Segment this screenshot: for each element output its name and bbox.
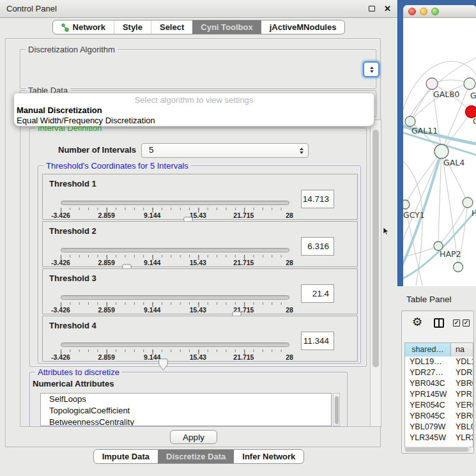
table-cell: YDR2 (451, 367, 473, 378)
attribute-item-selfloops[interactable]: SelfLoops (41, 394, 331, 405)
threshold-value-field[interactable]: 11.344 (301, 332, 334, 350)
network-window-titlebar[interactable] (403, 5, 476, 18)
settings-scrollpane: Interval Definition Number of Intervals … (20, 119, 381, 427)
close-icon[interactable]: ✕ (384, 4, 391, 13)
threshold-slider[interactable]: -3.4262.8599.14415.4321.71528 (61, 174, 289, 220)
tab-select[interactable]: Select (151, 20, 192, 34)
tick-label: 9.144 (144, 259, 160, 266)
tab-network[interactable]: Network (53, 20, 114, 34)
threshold-slider[interactable]: -3.4262.8599.14415.4321.71528 (61, 222, 289, 268)
gear-icon[interactable]: ⚙ (412, 316, 422, 328)
node-label-gcy1: GCY1 (403, 210, 425, 220)
table-panel: ⚙ ✓ ✓ shared… na YDL19…YDL1YDR27…YDR2YBR… (401, 311, 474, 454)
number-of-intervals-combobox[interactable]: 5 (141, 143, 309, 158)
tab-cyni-toolbox[interactable]: Cyni Toolbox (192, 20, 261, 34)
table-row[interactable]: YDR27…YDR2 (405, 367, 473, 378)
attributes-list[interactable]: SelfLoopsTopologicalCoefficientBetweenne… (40, 393, 332, 426)
bottom-tab-row: Impute DataDiscretize DataInfer Network (0, 449, 397, 464)
slider-track[interactable] (61, 295, 289, 300)
table-cell: YDR27… (405, 367, 451, 378)
slider-track[interactable] (61, 201, 289, 205)
attribute-item-betweennesscentrality[interactable]: BetweennessCentrality (41, 417, 331, 426)
number-of-intervals-label: Number of Intervals (58, 145, 136, 155)
network-node[interactable] (464, 78, 475, 89)
network-node[interactable] (454, 263, 463, 272)
discretization-algorithm-group: Discretization Algorithm (20, 49, 376, 89)
node-label-h: H (472, 208, 476, 218)
network-node[interactable] (463, 197, 473, 208)
slider-major-ticks (61, 302, 290, 307)
attribute-item-topologicalcoefficient[interactable]: TopologicalCoefficient (41, 405, 331, 417)
threshold-panel-2: Threshold 2-3.4262.8599.14415.4321.71528… (42, 221, 358, 267)
interval-definition-group: Interval Definition Number of Intervals … (29, 128, 367, 367)
group-title: Attributes to discretize (35, 367, 122, 377)
scrollbar-thumb[interactable] (405, 447, 468, 452)
slider-thumb[interactable] (164, 337, 173, 349)
threshold-panel-1: Threshold 1-3.4262.8599.14415.4321.71528… (42, 174, 358, 220)
network-node[interactable] (405, 116, 415, 127)
network-window-frame: GAL80GACGAL11GAL4GCY1HHAP2 (397, 0, 476, 286)
tab-label: Select (160, 22, 184, 32)
scrollbar-thumb[interactable] (372, 130, 379, 367)
dropdown-option-equal-width-frequency-discretization[interactable]: Equal Width/Frequency Discretization (17, 116, 371, 126)
minimize-traffic-light[interactable] (420, 8, 427, 15)
tick-label: -3.426 (51, 353, 70, 361)
checkbox-icon[interactable]: ✓ (463, 319, 470, 326)
tab-discretize-data[interactable]: Discretize Data (158, 450, 234, 463)
table-row[interactable]: YDL19…YDL1 (405, 357, 473, 367)
checkbox-icon[interactable]: ✓ (453, 319, 460, 326)
node-label-ga: GA (470, 91, 476, 100)
threshold-value-field[interactable]: 21.4 (301, 284, 334, 303)
table-header: shared… na (405, 343, 473, 357)
slider-thumb[interactable] (188, 196, 197, 208)
tab-label: Cyni Toolbox (201, 22, 252, 32)
dropdown-option-manual-discretization[interactable]: Manual Discretization (17, 105, 371, 116)
table-row[interactable]: YBR045CYBR0 (405, 411, 473, 422)
split-table-icon[interactable] (434, 318, 444, 328)
node-table: shared… na YDL19…YDL1YDR27…YDR2YBR043CYB… (404, 342, 473, 447)
tick-label: 28 (286, 353, 293, 361)
table-horizontal-scrollbar[interactable] (404, 447, 471, 452)
tick-label: 9.144 (144, 306, 160, 314)
algorithm-combobox[interactable] (363, 61, 380, 77)
threshold-panel-3: Threshold 3-3.4262.8599.14415.4321.71528… (42, 268, 358, 314)
slider-thumb[interactable] (127, 243, 136, 255)
close-traffic-light[interactable] (408, 8, 416, 15)
network-canvas[interactable]: GAL80GACGAL11GAL4GCY1HHAP2 (403, 18, 476, 286)
table-row[interactable]: YBR043CYBR0 (405, 378, 473, 389)
float-window-icon[interactable] (369, 6, 375, 12)
threshold-value-field[interactable]: 14.713 (301, 190, 334, 208)
tick-label: 21.715 (233, 211, 254, 219)
threshold-value-field[interactable]: 6.316 (301, 237, 334, 256)
scrollbar-thumb[interactable] (335, 396, 339, 424)
column-header-shared-name[interactable]: shared… (405, 343, 451, 357)
tab-infer-network[interactable]: Infer Network (234, 450, 303, 463)
table-row[interactable]: YLR345WYLR3 (405, 433, 473, 441)
tick-label: 15.43 (190, 259, 206, 266)
apply-button[interactable]: Apply (170, 430, 217, 444)
slider-major-ticks (61, 255, 290, 260)
tab-jactivemnodules[interactable]: jActiveMNodules (261, 20, 345, 34)
tab-style[interactable]: Style (114, 20, 151, 34)
slider-thumb[interactable] (236, 290, 246, 302)
settings-vertical-scrollbar[interactable] (370, 120, 381, 426)
threshold-slider[interactable]: -3.4262.8599.14415.4321.71528 (61, 269, 289, 315)
tab-impute-data[interactable]: Impute Data (94, 450, 158, 463)
table-cell: YLR345W (405, 433, 451, 441)
tick-label: 2.859 (98, 211, 114, 219)
table-row[interactable]: YPR145WYPR1 (405, 389, 473, 400)
attributes-scrollbar[interactable] (333, 393, 340, 426)
network-node[interactable] (434, 144, 449, 158)
tick-label: 28 (286, 211, 293, 219)
zoom-traffic-light[interactable] (431, 8, 439, 15)
column-header-name[interactable]: na (451, 343, 473, 357)
table-row[interactable]: YBL079WYBL0 (405, 422, 473, 433)
control-panel-titlebar: Control Panel ✕ (0, 0, 397, 18)
slider-track[interactable] (61, 248, 289, 252)
network-node[interactable] (426, 78, 438, 89)
group-title: Discretization Algorithm (26, 45, 118, 54)
table-row[interactable]: YER054CYER0 (405, 400, 473, 411)
network-node[interactable] (403, 200, 410, 209)
threshold-slider[interactable]: -3.4262.8599.14415.4321.71528 (61, 316, 289, 362)
slider-track[interactable] (61, 342, 289, 347)
